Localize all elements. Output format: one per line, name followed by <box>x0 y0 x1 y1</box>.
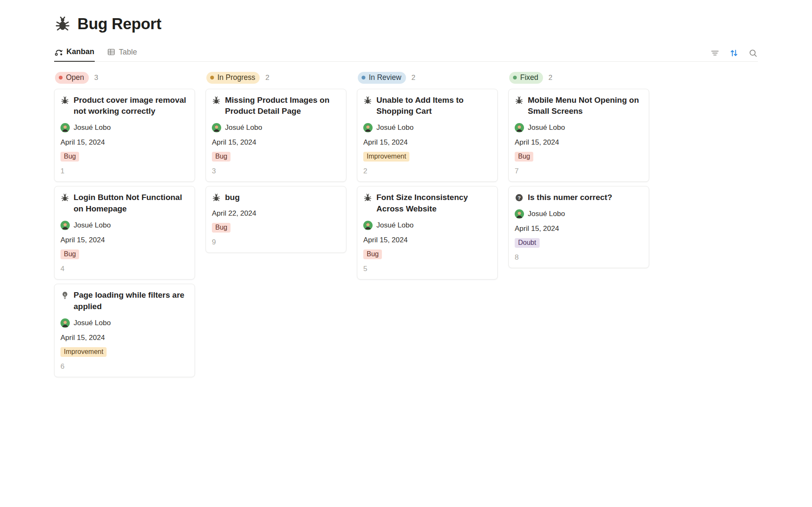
column-status-pill[interactable]: In Review <box>358 72 406 84</box>
sort-icon[interactable] <box>729 48 739 58</box>
avatar <box>515 123 524 132</box>
card-tag-row: Bug <box>363 249 491 259</box>
column-card-count: 2 <box>411 74 415 82</box>
card-title: Product cover image removal not working … <box>74 95 189 118</box>
card-date: April 15, 2024 <box>515 138 643 147</box>
tab-kanban[interactable]: Kanban <box>54 45 95 62</box>
bug-icon <box>54 16 71 33</box>
page-header: Bug Report <box>54 15 758 33</box>
assignee-name: Josué Lobo <box>376 221 414 230</box>
kanban-card[interactable]: Page loading while filters are appliedJo… <box>54 284 195 377</box>
card-title: Font Size Inconsistency Across Website <box>376 192 491 215</box>
card-id-number: 3 <box>212 167 340 175</box>
column-status-pill[interactable]: In Progress <box>206 72 260 84</box>
lightbulb-icon <box>60 291 69 300</box>
card-date: April 15, 2024 <box>60 334 189 342</box>
avatar <box>60 123 70 132</box>
avatar <box>515 209 524 219</box>
bug-icon <box>212 96 221 105</box>
card-tag-row: Improvement <box>363 152 491 162</box>
assignee-name: Josué Lobo <box>74 221 111 230</box>
column-header: Open3 <box>54 72 195 84</box>
card-date: April 15, 2024 <box>363 138 491 147</box>
tag-doubt: Doubt <box>515 238 540 248</box>
card-tag-row: Bug <box>212 223 340 233</box>
card-date: April 22, 2024 <box>212 209 340 218</box>
card-tag-row: Bug <box>515 152 643 162</box>
card-id-number: 8 <box>515 253 643 262</box>
card-assignee: Josué Lobo <box>60 221 189 230</box>
kanban-card[interactable]: Mobile Menu Not Opening on Small Screens… <box>508 89 649 182</box>
table-icon <box>107 48 115 56</box>
avatar <box>363 221 373 230</box>
card-id-number: 9 <box>212 238 340 247</box>
kanban-card[interactable]: Missing Product Images on Product Detail… <box>206 89 346 182</box>
avatar <box>60 318 70 328</box>
card-id-number: 6 <box>60 362 189 371</box>
card-tag-row: Bug <box>60 249 189 259</box>
question-icon: ? <box>515 193 524 202</box>
tag-bug: Bug <box>363 249 382 259</box>
assignee-name: Josué Lobo <box>225 123 262 132</box>
bug-icon <box>60 193 69 202</box>
kanban-card[interactable]: Font Size Inconsistency Across WebsiteJo… <box>357 186 498 280</box>
kanban-card[interactable]: ?Is this numer correct?Josué LoboApril 1… <box>508 186 649 268</box>
card-title: Unable to Add Items to Shopping Cart <box>376 95 491 118</box>
avatar <box>60 221 70 230</box>
card-id-number: 5 <box>363 265 491 273</box>
card-assignee: Josué Lobo <box>363 123 491 132</box>
card-id-number: 7 <box>515 167 643 175</box>
column-header: In Review2 <box>357 72 498 84</box>
card-date: April 15, 2024 <box>515 225 643 233</box>
view-tab-bar: Kanban Table <box>54 45 758 62</box>
page-title: Bug Report <box>77 15 161 33</box>
card-id-number: 4 <box>60 265 189 273</box>
column-status-pill[interactable]: Open <box>55 72 89 84</box>
kanban-card[interactable]: Unable to Add Items to Shopping CartJosu… <box>357 89 498 182</box>
card-date: April 15, 2024 <box>60 138 189 147</box>
tab-kanban-label: Kanban <box>66 47 94 56</box>
card-date: April 15, 2024 <box>212 138 340 147</box>
assignee-name: Josué Lobo <box>74 319 111 327</box>
column-status-pill[interactable]: Fixed <box>509 72 543 84</box>
tag-bug: Bug <box>515 152 533 162</box>
kanban-card[interactable]: Login Button Not Functional on HomepageJ… <box>54 186 195 280</box>
board-column-fixed: Fixed2Mobile Menu Not Opening on Small S… <box>508 72 649 273</box>
bug-icon <box>363 96 372 105</box>
card-assignee: Josué Lobo <box>515 209 643 219</box>
column-name: Open <box>66 73 84 82</box>
tag-improvement: Improvement <box>60 347 107 357</box>
card-title: Mobile Menu Not Opening on Small Screens <box>528 95 643 118</box>
board-column-in-review: In Review2Unable to Add Items to Shoppin… <box>357 72 498 284</box>
card-date: April 15, 2024 <box>363 236 491 244</box>
column-name: Fixed <box>520 73 538 82</box>
column-header: Fixed2 <box>508 72 649 84</box>
tag-bug: Bug <box>60 152 79 162</box>
board-column-open: Open3Product cover image removal not wor… <box>54 72 195 382</box>
column-name: In Review <box>369 73 401 82</box>
svg-text:?: ? <box>518 195 521 201</box>
tag-bug: Bug <box>212 152 230 162</box>
bug-icon <box>515 96 524 105</box>
view-toolbar <box>710 48 758 58</box>
card-tag-row: Bug <box>212 152 340 162</box>
kanban-card[interactable]: Product cover image removal not working … <box>54 89 195 182</box>
bug-icon <box>363 193 372 202</box>
filter-icon[interactable] <box>710 48 720 58</box>
tag-improvement: Improvement <box>363 152 409 162</box>
tab-table-label: Table <box>119 48 137 57</box>
card-id-number: 2 <box>363 167 491 175</box>
kanban-card[interactable]: bugApril 22, 2024Bug9 <box>206 186 346 253</box>
card-assignee: Josué Lobo <box>60 123 189 132</box>
card-title: Login Button Not Functional on Homepage <box>74 192 189 215</box>
page: Bug Report Kanban Table Open3Product cov… <box>0 0 812 381</box>
board-column-in-progress: In Progress2Missing Product Images on Pr… <box>206 72 346 258</box>
column-header: In Progress2 <box>206 72 346 84</box>
bug-icon <box>212 193 221 202</box>
card-assignee: Josué Lobo <box>515 123 643 132</box>
search-icon[interactable] <box>748 48 758 58</box>
tab-table[interactable]: Table <box>107 45 137 61</box>
assignee-name: Josué Lobo <box>528 123 565 132</box>
card-id-number: 1 <box>60 167 189 175</box>
status-dot-icon <box>210 76 214 79</box>
